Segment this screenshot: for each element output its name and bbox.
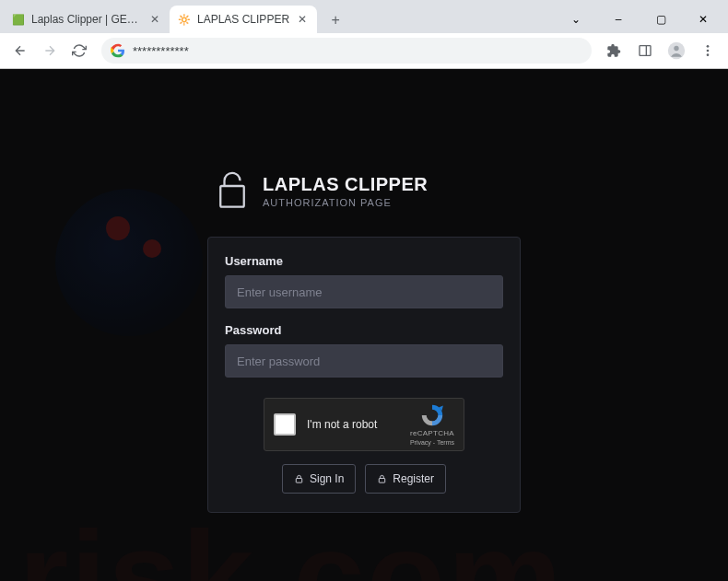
profile-icon[interactable] [663, 38, 689, 64]
register-button[interactable]: Register [365, 464, 446, 494]
forward-icon[interactable] [37, 38, 63, 64]
toolbar-right [601, 38, 721, 64]
page-content: risk.com LAPLAS CLIPPER AUTHORIZATION PA… [0, 69, 728, 581]
username-input[interactable] [225, 275, 503, 308]
close-window-button[interactable]: ✕ [682, 6, 724, 33]
password-label: Password [225, 323, 503, 337]
back-icon[interactable] [7, 38, 33, 64]
username-label: Username [225, 254, 503, 268]
signin-label: Sign In [310, 472, 344, 485]
login-card: LAPLAS CLIPPER AUTHORIZATION PAGE Userna… [207, 170, 521, 513]
page-title: LAPLAS CLIPPER [263, 174, 428, 195]
page-subtitle: AUTHORIZATION PAGE [263, 197, 428, 208]
tab-title: Laplas Clipper | GENERATION OF... [31, 13, 142, 26]
url-input[interactable]: ************ [101, 38, 592, 64]
recaptcha-terms[interactable]: Privacy - Terms [410, 439, 454, 446]
browser-chrome: 🟩 Laplas Clipper | GENERATION OF... ✕ 🔆 … [0, 0, 728, 69]
svg-point-3 [674, 46, 678, 51]
svg-point-6 [707, 53, 710, 56]
watermark-text: risk.com [18, 502, 564, 581]
login-form: Username Password I'm not a robot reCAPT… [207, 237, 521, 513]
maximize-button[interactable]: ▢ [640, 6, 682, 33]
close-icon[interactable]: ✕ [147, 12, 162, 27]
recaptcha-badge: reCAPTCHA Privacy - Terms [410, 403, 454, 446]
svg-rect-10 [380, 479, 385, 483]
tab-title: LAPLAS CLIPPER [197, 13, 289, 26]
lock-icon [294, 473, 304, 484]
tab-favicon-icon: 🟩 [11, 12, 26, 27]
google-icon [111, 43, 125, 58]
recaptcha-widget[interactable]: I'm not a robot reCAPTCHA Privacy - Term… [264, 398, 464, 451]
tab-inactive[interactable]: 🟩 Laplas Clipper | GENERATION OF... ✕ [4, 6, 170, 33]
recaptcha-icon [419, 403, 445, 427]
chevron-down-icon[interactable]: ⌄ [555, 6, 597, 33]
close-icon[interactable]: ✕ [295, 12, 310, 27]
svg-rect-7 [220, 186, 244, 207]
signin-button[interactable]: Sign In [282, 464, 356, 494]
extensions-icon[interactable] [601, 38, 627, 64]
svg-rect-0 [640, 46, 651, 56]
recaptcha-label: I'm not a robot [307, 418, 399, 431]
svg-point-4 [707, 45, 710, 48]
svg-point-5 [707, 50, 710, 52]
password-input[interactable] [225, 344, 503, 378]
minimize-button[interactable]: – [597, 6, 640, 33]
address-bar: ************ [0, 33, 728, 68]
new-tab-button[interactable]: + [323, 7, 348, 33]
button-row: Sign In Register [225, 464, 503, 494]
tab-active[interactable]: 🔆 LAPLAS CLIPPER ✕ [170, 6, 317, 33]
lock-icon [217, 170, 248, 211]
reload-icon[interactable] [66, 38, 92, 64]
lock-icon [377, 473, 387, 484]
register-label: Register [393, 472, 434, 485]
tab-favicon-icon: 🔆 [177, 12, 192, 27]
svg-rect-9 [296, 479, 301, 483]
window-controls: ⌄ – ▢ ✕ [555, 6, 724, 33]
recaptcha-checkbox[interactable] [274, 413, 296, 436]
menu-icon[interactable] [695, 38, 721, 64]
tab-bar: 🟩 Laplas Clipper | GENERATION OF... ✕ 🔆 … [0, 0, 728, 33]
card-header: LAPLAS CLIPPER AUTHORIZATION PAGE [217, 170, 521, 211]
side-panel-icon[interactable] [632, 38, 658, 64]
url-text: ************ [133, 44, 189, 58]
recaptcha-brand: reCAPTCHA [410, 429, 454, 437]
